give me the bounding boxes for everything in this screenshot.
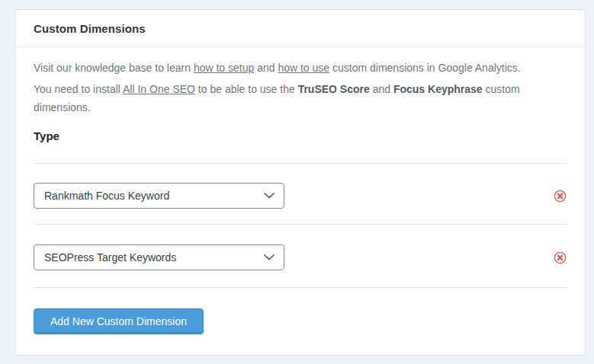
how-to-use-link[interactable]: how to use — [278, 62, 329, 74]
type-label: Type — [34, 129, 567, 144]
dismiss-circle-icon — [554, 193, 567, 205]
intro-text-1: Visit our knowledge base to learn — [34, 62, 194, 74]
panel-body: Visit our knowledge base to learn how to… — [15, 59, 585, 356]
dimension-row: Rankmath Focus Keyword — [34, 183, 567, 209]
add-new-custom-dimension-button[interactable]: Add New Custom Dimension — [34, 308, 204, 334]
remove-dimension-button[interactable] — [554, 190, 567, 203]
knowledge-base-paragraph: Visit our knowledge base to learn how to… — [34, 59, 567, 77]
note-text-3: and — [370, 83, 393, 95]
panel-title: Custom Dimensions — [34, 22, 146, 35]
dimension-row: SEOPress Target Keywords — [34, 244, 567, 270]
install-note-paragraph: You need to install All In One SEO to be… — [34, 80, 567, 117]
intro-text-3: custom dimensions in Google Analytics. — [329, 62, 521, 74]
intro-text-2: and — [254, 62, 278, 74]
truseo-score-text: TruSEO Score — [298, 83, 370, 95]
panel-header: Custom Dimensions — [15, 10, 585, 47]
note-text-1: You need to install — [34, 83, 123, 95]
divider — [34, 224, 567, 225]
all-in-one-seo-link[interactable]: All In One SEO — [123, 83, 195, 95]
dimension-type-select[interactable]: Rankmath Focus Keyword — [34, 183, 284, 209]
divider — [34, 287, 567, 288]
divider — [34, 163, 567, 164]
note-text-2: to be able to use the — [195, 83, 298, 95]
dimension-select-wrap: Rankmath Focus Keyword — [34, 183, 284, 209]
dimension-type-select[interactable]: SEOPress Target Keywords — [34, 244, 284, 270]
custom-dimensions-panel: Custom Dimensions Visit our knowledge ba… — [14, 9, 586, 356]
dimension-select-wrap: SEOPress Target Keywords — [34, 244, 284, 270]
dismiss-circle-icon — [554, 255, 567, 267]
how-to-setup-link[interactable]: how to setup — [194, 62, 254, 74]
remove-dimension-button[interactable] — [554, 251, 567, 264]
focus-keyphrase-text: Focus Keyphrase — [393, 83, 483, 95]
